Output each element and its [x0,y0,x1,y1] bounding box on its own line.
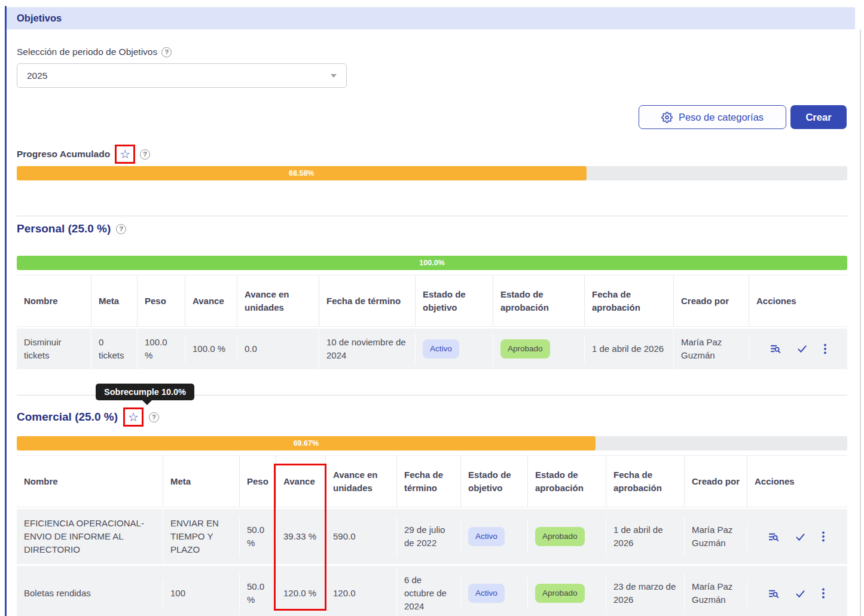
star-icon[interactable]: ☆ [128,411,139,423]
column-header: Avance en unidades [237,275,319,326]
column-header: Acciones [747,456,847,507]
section-title: Personal (25.0 %) [17,222,111,235]
chevron-down-icon [331,74,337,78]
highlight-box-comercial-star: ☆ [123,407,144,427]
check-icon[interactable] [795,588,806,599]
page-title: Objetivos [17,13,62,24]
table-body: EFICIENCIA OPERACIONAL-ENVIO DE INFORME … [17,509,847,616]
column-header: Fecha de término [396,456,460,507]
comercial-progress-bar: 69.67% [17,436,847,450]
accumulated-progress-row: Progreso Acumulado ☆ ? [17,145,150,164]
star-icon[interactable]: ☆ [120,148,130,160]
status-badge-activo: Activo [423,339,459,358]
cell-meta: ENVIAR EN TIEMPO Y PLAZO [163,510,239,563]
progress-fill: 100.0% [17,256,847,270]
personal-objectives-table: NombreMetaPesoAvanceAvance en unidadesFe… [17,275,847,369]
status-badge-aprobado: Aprobado [500,339,550,358]
column-header: Meta [91,275,137,326]
overachieve-tooltip: Sobrecumple 10.0% [96,384,194,400]
help-icon[interactable]: ? [140,149,150,160]
status-badge-aprobado: Aprobado [535,584,585,603]
column-header: Creado por [673,275,749,326]
cell-avance-unidades: 590.0 [325,523,396,550]
column-header: Peso [137,275,185,326]
period-select[interactable]: 2025 [17,63,347,88]
scrollbar-track[interactable] [860,30,861,616]
column-header: Fecha de término [319,275,415,326]
cell-peso: 50.0 % [239,573,276,614]
progress-fill: 69.67% [17,436,596,450]
table-row: EFICIENCIA OPERACIONAL-ENVIO DE INFORME … [17,509,847,564]
cell-estado-aprobacion: Aprobado [527,577,606,610]
page-header: Objetivos [7,7,855,29]
cell-creado-por: María Paz Guzmán [684,573,747,614]
table-row: Boletas rendidas10050.0 %120.0 %120.06 d… [17,566,847,616]
column-header: Avance [276,456,325,507]
progress-percent: 69.67% [17,436,596,450]
kebab-menu-icon[interactable] [822,587,825,599]
progress-fill: 68.58% [17,166,587,180]
cell-fecha-termino: 6 de octubre de 2024 [396,566,460,616]
help-icon[interactable]: ? [149,412,159,422]
check-icon[interactable] [796,343,808,354]
column-header: Acciones [749,275,847,326]
cell-nombre: Boletas rendidas [17,580,163,607]
cell-avance: 120.0 % [276,580,325,607]
column-header: Fecha de aprobación [606,456,684,507]
cell-creado-por: María Paz Guzmán [684,516,747,557]
create-label: Crear [805,112,831,123]
kebab-menu-icon[interactable] [823,343,827,355]
cell-nombre: Disminuir tickets [17,329,91,369]
column-header: Fecha de aprobación [584,275,673,326]
table-row: Disminuir tickets0 tickets100.0 %100.0 %… [17,329,847,369]
progress-percent: 100.0% [17,256,847,270]
list-search-icon[interactable] [770,343,781,354]
list-search-icon[interactable] [768,531,779,543]
cell-estado-aprobacion: Aprobado [493,332,584,366]
table-header-row: NombreMetaPesoAvanceAvance en unidadesFe… [17,455,847,507]
progress-percent: 68.58% [17,166,587,180]
section-comercial-header: Comercial (25.0 %) ☆ ? [17,407,159,427]
section-divider [17,216,847,216]
gear-icon [661,112,673,123]
section-personal-header: Personal (25.0 %) ? [17,222,126,235]
highlight-box-accumulated-star: ☆ [115,145,135,164]
create-button[interactable]: Crear [790,105,847,129]
help-icon[interactable]: ? [161,47,172,57]
cell-acciones [747,580,847,606]
cell-avance: 100.0 % [185,335,237,363]
cell-estado-objetivo: Activo [460,577,527,610]
period-select-value: 2025 [27,71,47,81]
cell-peso: 100.0 % [137,329,185,369]
cell-acciones [749,336,847,362]
section-title: Comercial (25.0 %) [17,410,118,424]
cell-avance-unidades: 0.0 [237,335,319,363]
cell-fecha-termino: 29 de julio de 2022 [396,516,460,557]
cell-acciones [747,523,847,550]
column-header: Nombre [17,275,91,326]
column-header: Avance en unidades [325,456,396,507]
table-body: Disminuir tickets0 tickets100.0 %100.0 %… [17,329,847,369]
comercial-objectives-table: NombreMetaPesoAvanceAvance en unidadesFe… [17,455,847,616]
personal-progress-bar: 100.0% [17,256,847,270]
help-icon[interactable]: ? [116,224,126,234]
table-header-row: NombreMetaPesoAvanceAvance en unidadesFe… [17,275,847,327]
cell-peso: 50.0 % [239,516,276,557]
cell-creado-por: María Paz Guzmán [673,329,749,369]
column-header: Meta [163,456,239,507]
cell-fecha-aprobacion: 23 de marzo de 2026 [606,573,684,614]
cell-estado-objetivo: Activo [415,332,493,366]
category-weights-button[interactable]: Peso de categorías [639,105,786,129]
period-select-label: Selección de periodo de Objetivos [17,47,157,57]
cell-estado-objetivo: Activo [460,520,527,553]
kebab-menu-icon[interactable] [822,531,825,543]
cell-fecha-aprobacion: 1 de abril de 2026 [584,335,673,363]
check-icon[interactable] [795,531,806,543]
left-accent-border [5,6,7,616]
column-header: Creado por [684,456,747,507]
list-search-icon[interactable] [768,588,779,599]
cell-meta: 0 tickets [91,329,137,369]
cell-fecha-termino: 10 de noviembre de 2024 [319,329,415,369]
column-header: Estado de aprobación [493,275,584,326]
column-header: Estado de objetivo [415,275,493,326]
